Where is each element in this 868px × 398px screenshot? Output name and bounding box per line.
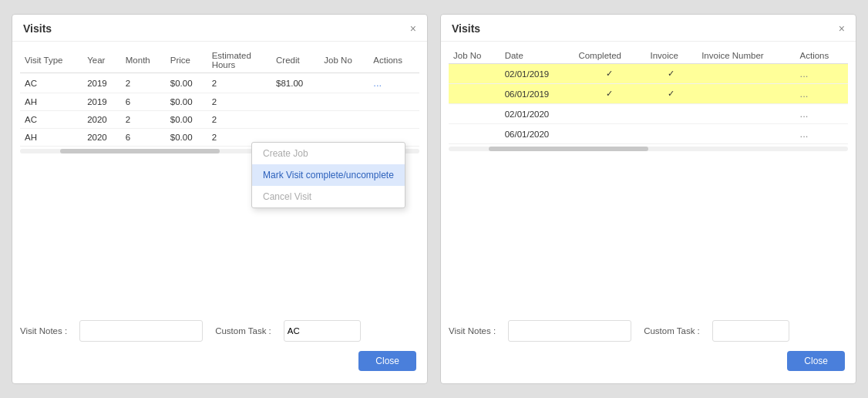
right-cell-date: 02/01/2019 <box>500 64 574 84</box>
left-cell-visit-type: AC <box>20 111 82 129</box>
left-cell-price: $0.00 <box>166 129 207 147</box>
left-cell-year: 2020 <box>82 111 121 129</box>
col-completed: Completed <box>574 48 645 64</box>
left-cell-price: $0.00 <box>166 73 207 93</box>
left-cell-month: 2 <box>121 73 166 93</box>
left-cell-price: $0.00 <box>166 93 207 111</box>
left-modal-title: Visits <box>23 22 52 35</box>
left-cell-month: 6 <box>121 129 166 147</box>
right-cell-invoice <box>645 104 697 124</box>
left-table-body: AC 2019 2 $0.00 2 $81.00 ... AH 2019 6 $… <box>20 73 419 147</box>
left-cell-credit: $81.00 <box>271 73 319 93</box>
left-cell-visit-type: AH <box>20 93 82 111</box>
left-modal-header: Visits × <box>12 15 427 42</box>
left-scrollbar-thumb <box>60 149 220 153</box>
col-year: Year <box>82 48 121 73</box>
right-visit-notes-input[interactable] <box>508 320 631 342</box>
right-scrollbar-track[interactable] <box>449 147 848 151</box>
right-cell-invoice-number <box>697 64 795 84</box>
right-cell-date: 06/01/2019 <box>500 84 574 104</box>
left-visits-table: Visit Type Year Month Price EstimatedHou… <box>20 48 419 147</box>
left-cell-month: 6 <box>121 93 166 111</box>
col-job-no: Job No <box>449 48 500 64</box>
right-table-row: 06/01/2019 ✓ ✓ ... <box>449 84 848 104</box>
right-cell-completed: ✓ <box>574 64 645 84</box>
left-visit-notes-input[interactable] <box>79 320 203 342</box>
right-custom-task-input[interactable] <box>712 320 789 342</box>
left-table-row: AC 2019 2 $0.00 2 $81.00 ... <box>20 73 419 93</box>
left-cell-job-no <box>319 111 368 129</box>
right-modal-header: Visits × <box>441 15 856 42</box>
left-custom-task-input[interactable] <box>284 320 361 342</box>
context-menu-item-create-job[interactable]: Create Job <box>252 143 405 164</box>
col-job-no: Job No <box>319 48 368 73</box>
right-table-row: 06/01/2020 ... <box>449 124 848 144</box>
right-table-header-row: Job No Date Completed Invoice Invoice Nu… <box>449 48 848 64</box>
right-cell-job-no <box>449 124 500 144</box>
right-cell-job-no <box>449 104 500 124</box>
right-cell-actions[interactable]: ... <box>796 104 848 124</box>
left-modal-body: Visit Type Year Month Price EstimatedHou… <box>12 42 427 314</box>
left-table-row: AC 2020 2 $0.00 2 <box>20 111 419 129</box>
left-cell-credit <box>271 111 319 129</box>
left-cell-year: 2020 <box>82 129 121 147</box>
col-invoice: Invoice <box>645 48 697 64</box>
right-visits-table: Job No Date Completed Invoice Invoice Nu… <box>449 48 848 144</box>
right-cell-actions[interactable]: ... <box>796 124 848 144</box>
col-price: Price <box>166 48 207 73</box>
left-cell-month: 2 <box>121 111 166 129</box>
right-cell-job-no <box>449 64 500 84</box>
right-modal-body: Job No Date Completed Invoice Invoice Nu… <box>441 42 856 314</box>
context-menu: Create Job Mark Visit complete/uncomplet… <box>251 142 405 208</box>
left-visit-notes-row: Visit Notes : Custom Task : <box>12 314 427 345</box>
context-menu-item-cancel-visit[interactable]: Cancel Visit <box>252 186 405 207</box>
col-date: Date <box>500 48 574 64</box>
col-actions: Actions <box>796 48 848 64</box>
col-est-hours: EstimatedHours <box>207 48 271 73</box>
right-table-body: 02/01/2019 ✓ ✓ ... 06/01/2019 ✓ ✓ ... 02… <box>449 64 848 144</box>
left-cell-year: 2019 <box>82 93 121 111</box>
right-cell-actions[interactable]: ... <box>796 84 848 104</box>
right-modal-footer: Close <box>441 345 856 377</box>
left-cell-visit-type: AH <box>20 129 82 147</box>
right-cell-actions[interactable]: ... <box>796 64 848 84</box>
right-modal-close[interactable]: × <box>839 23 845 34</box>
left-cell-est-hours: 2 <box>207 93 271 111</box>
left-cell-actions[interactable] <box>368 111 419 129</box>
context-menu-item-mark-visit[interactable]: Mark Visit complete/uncomplete <box>252 164 405 186</box>
right-cell-completed <box>574 104 645 124</box>
left-cell-year: 2019 <box>82 73 121 93</box>
col-credit: Credit <box>271 48 319 73</box>
right-scrollbar-thumb <box>489 147 648 151</box>
col-visit-type: Visit Type <box>20 48 82 73</box>
col-month: Month <box>121 48 166 73</box>
left-modal-close[interactable]: × <box>410 23 416 34</box>
right-cell-invoice-number <box>697 104 795 124</box>
left-table-header-row: Visit Type Year Month Price EstimatedHou… <box>20 48 419 73</box>
right-close-button[interactable]: Close <box>787 351 845 371</box>
left-cell-actions[interactable] <box>368 93 419 111</box>
left-cell-price: $0.00 <box>166 111 207 129</box>
right-cell-completed <box>574 124 645 144</box>
right-visit-notes-label: Visit Notes : <box>449 326 496 336</box>
right-modal: Visits × Job No Date Completed Invoice I… <box>440 14 856 384</box>
left-cell-visit-type: AC <box>20 73 82 93</box>
left-modal-footer: Close <box>12 345 427 377</box>
left-cell-actions[interactable]: ... <box>368 73 419 93</box>
right-visit-notes-row: Visit Notes : Custom Task : <box>441 314 856 345</box>
left-visit-notes-label: Visit Notes : <box>20 326 67 336</box>
left-close-button[interactable]: Close <box>358 351 416 371</box>
right-cell-date: 06/01/2020 <box>500 124 574 144</box>
left-cell-job-no <box>319 73 368 93</box>
right-cell-job-no <box>449 84 500 104</box>
left-modal: Visits × Visit Type Year Month Price Est… <box>12 14 428 384</box>
right-cell-invoice: ✓ <box>645 64 697 84</box>
left-cell-job-no <box>319 93 368 111</box>
left-cell-est-hours: 2 <box>207 111 271 129</box>
right-cell-date: 02/01/2020 <box>500 104 574 124</box>
right-table-row: 02/01/2019 ✓ ✓ ... <box>449 64 848 84</box>
left-cell-credit <box>271 93 319 111</box>
right-custom-task-label: Custom Task : <box>644 326 700 336</box>
left-table-row: AH 2019 6 $0.00 2 <box>20 93 419 111</box>
right-cell-invoice-number <box>697 124 795 144</box>
